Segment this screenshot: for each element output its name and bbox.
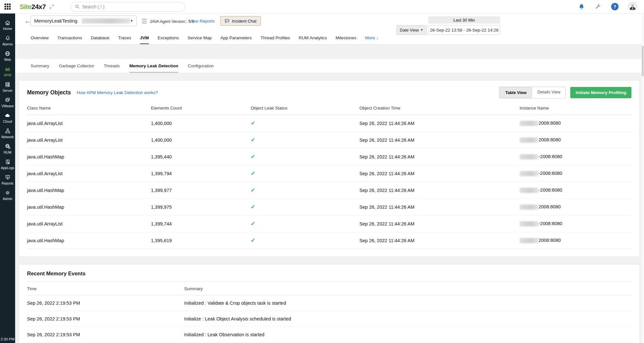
class-name-cell: java.util.HashMap: [27, 232, 151, 249]
sidebar-item-apm[interactable]: APM: [0, 64, 15, 79]
network-icon: [5, 128, 11, 134]
event-row[interactable]: Sep 26, 2022 2:19:53 PM Initialized : Va…: [27, 295, 631, 311]
tab-app-parameters[interactable]: App Parameters: [220, 35, 252, 44]
chat-bubble-icon: [224, 18, 230, 24]
redacted-text: [520, 121, 538, 126]
sidebar-item-home[interactable]: Home: [0, 17, 15, 33]
elements-count-cell: 1,399,744: [151, 215, 251, 232]
memory-object-row[interactable]: java.util.ArrayList 1,400,000 Sep 26, 20…: [27, 132, 631, 148]
leak-status-check-icon: [251, 121, 255, 126]
instance-name-cell: -2008:8080: [520, 148, 631, 165]
sidebar-clock: 2:30 PM: [1, 337, 14, 341]
event-summary-cell: Initialized : Validate & Crop objects ta…: [184, 295, 631, 311]
tab-milestones[interactable]: Milestones: [336, 35, 356, 44]
help-icon[interactable]: ?: [611, 3, 619, 10]
memory-objects-title: Memory Objects: [27, 89, 71, 96]
subtab-configuration[interactable]: Configuration: [188, 63, 213, 73]
leak-status-check-icon: [251, 138, 255, 143]
leak-status-check-icon: [251, 188, 255, 193]
monitor-menu-icon[interactable]: [142, 19, 147, 24]
date-range-picker[interactable]: 26-Sep-22 13:58 - 26-Sep-22 14:28: [428, 25, 500, 35]
elements-count-cell: 1,400,000: [151, 132, 251, 148]
class-name-cell: java.util.ArrayList: [27, 132, 151, 148]
apps-grid-icon[interactable]: [0, 4, 15, 10]
view-reports-link[interactable]: View Reports: [189, 19, 215, 24]
memory-object-row[interactable]: java.util.HashMap 1,399,977 Sep 26, 2022…: [27, 182, 631, 199]
tab-exceptions[interactable]: Exceptions: [157, 35, 179, 44]
event-row[interactable]: Sep 26, 2022 2:19:53 PM Initialized : Le…: [27, 327, 631, 343]
memory-object-row[interactable]: java.util.HashMap 1,395,440 Sep 26, 2022…: [27, 148, 631, 165]
sidebar-item-label: Network: [1, 135, 14, 139]
subtab-summary[interactable]: Summary: [31, 63, 49, 73]
subtab-garbage-collector[interactable]: Garbage Collector: [59, 63, 94, 73]
sidebar-item-server[interactable]: Server: [0, 79, 15, 95]
sidebar-item-cloud[interactable]: Cloud: [0, 110, 15, 126]
applogs-icon: [5, 158, 11, 165]
tab-service-map[interactable]: Service Map: [187, 35, 212, 44]
vertical-scrollbar[interactable]: [641, 14, 644, 343]
subtab-memory-leak-detection[interactable]: Memory Leak Detection: [129, 63, 178, 73]
class-name-cell: java.util.HashMap: [27, 182, 151, 199]
user-avatar[interactable]: [628, 2, 637, 11]
sidebar-item-label: VMware: [1, 104, 14, 108]
subtab-threads[interactable]: Threads: [104, 63, 120, 73]
search-icon: [75, 4, 80, 9]
redacted-text: [520, 205, 538, 210]
sidebar-item-web[interactable]: Web: [0, 48, 15, 64]
tab-more[interactable]: More ↓: [365, 35, 378, 44]
date-view-label: Date View: [400, 28, 419, 33]
memory-object-row[interactable]: java.util.HashMap 1,399,975 Sep 26, 2022…: [27, 199, 631, 215]
memory-object-row[interactable]: java.util.HashMap 1,395,619 Sep 26, 2022…: [27, 232, 631, 249]
time-range-label: Last 30 Min: [428, 16, 500, 24]
instance-name: -2008:8080: [539, 171, 562, 176]
creation-time-cell: Sep 26, 2022 11:44:26 AM: [359, 199, 519, 215]
details-view-toggle[interactable]: Details View: [532, 87, 565, 98]
sidebar-item-alarms[interactable]: Alarms: [0, 33, 15, 48]
tab-rum-analytics[interactable]: RUM Analytics: [299, 35, 327, 44]
sidebar-item-network[interactable]: Network: [0, 126, 15, 141]
leak-status-cell: [251, 165, 359, 182]
sidebar-item-vmware[interactable]: VMware: [0, 95, 15, 110]
sidebar-item-applogs[interactable]: AppLogs: [0, 157, 15, 172]
date-view-button[interactable]: Date View ▼: [396, 25, 427, 35]
elements-count-cell: 1,399,977: [151, 182, 251, 199]
tab-thread-profiles[interactable]: Thread Profiles: [260, 35, 290, 44]
memory-object-row[interactable]: java.util.ArrayList 1,399,744 Sep 26, 20…: [27, 215, 631, 232]
tab-overview[interactable]: Overview: [31, 35, 49, 44]
instance-name: 2008:8080: [539, 204, 561, 209]
tab-transactions[interactable]: Transactions: [57, 35, 82, 44]
notifications-bell-icon[interactable]: [578, 3, 585, 10]
search-input[interactable]: [82, 4, 181, 9]
tab-database[interactable]: Database: [91, 35, 109, 44]
memory-object-row[interactable]: java.util.ArrayList 1,400,000 Sep 26, 20…: [27, 115, 631, 132]
expand-icon[interactable]: [49, 4, 54, 9]
tools-wrench-icon[interactable]: [595, 3, 601, 10]
memory-object-row[interactable]: java.util.ArrayList 1,399,794 Sep 26, 20…: [27, 165, 631, 182]
tab-traces[interactable]: Traces: [118, 35, 131, 44]
chevron-down-icon: ▼: [421, 28, 423, 32]
monitor-selector-dropdown[interactable]: MemoryLeakTesting ▼: [31, 15, 137, 26]
leak-status-check-icon: [251, 238, 255, 243]
incident-chat-button[interactable]: Incident Chat: [220, 16, 261, 26]
tab-jvm[interactable]: JVM: [140, 35, 149, 44]
reports-icon: [5, 174, 11, 180]
table-view-toggle[interactable]: Table View: [500, 87, 532, 98]
sidebar-item-label: Home: [3, 27, 12, 31]
sidebar-item-reports[interactable]: Reports: [0, 172, 15, 187]
main-content: ← MemoryLeakTesting ▼ JAVA Agent Version…: [15, 14, 641, 343]
agent-version-label: JAVA Agent Version : 5.6: [150, 19, 194, 24]
site24x7-logo[interactable]: Site24x7: [20, 3, 46, 11]
back-arrow-icon[interactable]: ←: [24, 17, 31, 24]
event-row[interactable]: Sep 26, 2022 2:19:53 PM Initialize : Lea…: [27, 311, 631, 327]
class-name-cell: java.util.HashMap: [27, 148, 151, 165]
events-header-row: Time Summary: [27, 281, 631, 295]
elements-count-cell: 1,399,794: [151, 165, 251, 182]
how-it-works-link[interactable]: How APM Memory Leak Detection works?: [77, 90, 158, 95]
redacted-text: [520, 221, 538, 226]
scrollbar-thumb[interactable]: [642, 46, 644, 76]
jvm-subtabs: Summary Garbage Collector Threads Memory…: [15, 58, 641, 73]
initiate-memory-profiling-button[interactable]: Initiate Memory Profiling: [570, 87, 631, 98]
sidebar-item-admin[interactable]: Admin: [0, 187, 15, 203]
sidebar-item-rum[interactable]: RUM: [0, 141, 15, 157]
elements-count-cell: 1,399,975: [151, 199, 251, 215]
